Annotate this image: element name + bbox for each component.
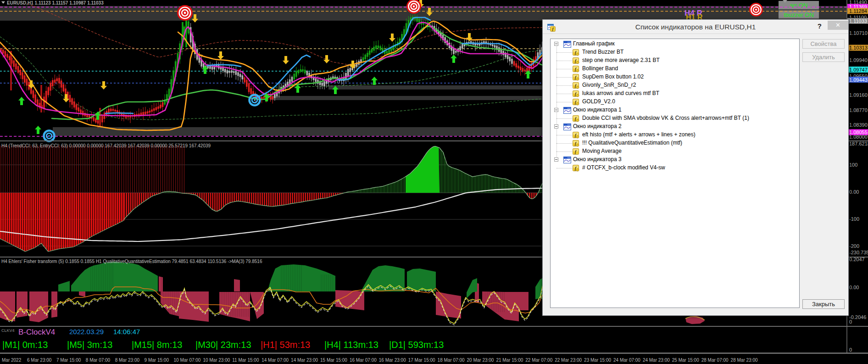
svg-text:1.09747: 1.09747	[849, 67, 868, 73]
svg-text:-100: -100	[849, 216, 859, 222]
svg-text:1.08770: 1.08770	[849, 107, 868, 113]
svg-text:CLKV4: CLKV4	[1, 328, 15, 333]
svg-text:0: 0	[849, 347, 852, 353]
svg-text:9 Mar 15:00: 9 Mar 15:00	[145, 358, 169, 363]
svg-text:0.00: 0.00	[849, 285, 859, 290]
svg-text:|M5| 3m:13: |M5| 3m:13	[67, 340, 112, 350]
svg-text:11 Mar 15:00: 11 Mar 15:00	[232, 358, 259, 363]
svg-text:1.10313: 1.10313	[849, 45, 868, 50]
svg-text:tbuzzer ON: tbuzzer ON	[784, 11, 814, 18]
svg-text:0.2047: 0.2047	[849, 257, 865, 262]
svg-text:14 Mar 07:00: 14 Mar 07:00	[262, 358, 289, 363]
svg-text:1.09160: 1.09160	[849, 92, 868, 98]
svg-text:1.10710: 1.10710	[849, 30, 868, 36]
svg-text:25 Mar 15:00: 25 Mar 15:00	[672, 358, 699, 363]
svg-text:8 Mar 23:00: 8 Mar 23:00	[115, 358, 140, 363]
svg-text:8 Mar 07:00: 8 Mar 07:00	[86, 358, 111, 363]
svg-text:17 Mar 15:00: 17 Mar 15:00	[408, 358, 435, 363]
svg-text:23 Mar 15:00: 23 Mar 15:00	[584, 358, 611, 363]
svg-text:10 Mar 07:00: 10 Mar 07:00	[174, 358, 201, 363]
svg-text:|M30| 23m:13: |M30| 23m:13	[195, 340, 251, 350]
svg-text:1.09443: 1.09443	[849, 77, 868, 83]
svg-text:14 Mar 23:00: 14 Mar 23:00	[291, 358, 318, 363]
svg-text:B-ClockV4: B-ClockV4	[18, 328, 55, 336]
svg-text:24 Mar 07:00: 24 Mar 07:00	[613, 358, 640, 363]
svg-text:28 Mar 23:00: 28 Mar 23:00	[731, 358, 758, 363]
svg-text:|D1| 593m:13: |D1| 593m:13	[389, 340, 444, 350]
svg-text:1.09940: 1.09940	[849, 57, 868, 63]
svg-text:2022.03.29: 2022.03.29	[69, 328, 104, 336]
svg-text:|M15| 8m:13: |M15| 8m:13	[132, 340, 182, 350]
svg-text:1.11033: 1.11033	[849, 18, 867, 24]
svg-text:1.08390: 1.08390	[849, 122, 868, 128]
svg-text:16 Mar 07:00: 16 Mar 07:00	[350, 358, 377, 363]
svg-text:|M1| 0m:13: |M1| 0m:13	[2, 340, 48, 350]
svg-text:20 Mar 23:00: 20 Mar 23:00	[467, 358, 494, 363]
svg-text:10 Mar 23:00: 10 Mar 23:00	[203, 358, 230, 363]
svg-text:0.00: 0.00	[849, 189, 859, 195]
svg-text:6 Mar 23:00: 6 Mar 23:00	[27, 358, 52, 363]
svg-text:1.08000: 1.08000	[849, 134, 868, 140]
svg-text:arr ON: arr ON	[790, 2, 808, 9]
svg-text:1.11284: 1.11284	[849, 8, 867, 14]
svg-text:18 Mar 07:00: 18 Mar 07:00	[438, 358, 465, 363]
svg-text:Mar 2022: Mar 2022	[2, 358, 22, 363]
svg-text:15 Mar 15:00: 15 Mar 15:00	[320, 358, 347, 363]
svg-text:-200: -200	[849, 243, 859, 249]
svg-text:22 Mar 23:00: 22 Mar 23:00	[555, 358, 582, 363]
svg-text:H4 (TrendCCI: 63, EntryCCI: 63: H4 (TrendCCI: 63, EntryCCI: 63) 0.00000 …	[1, 143, 211, 148]
svg-text:7 Mar 15:00: 7 Mar 15:00	[56, 358, 81, 363]
svg-text:|H4| 113m:13: |H4| 113m:13	[324, 340, 378, 350]
svg-text:24 Mar 23:00: 24 Mar 23:00	[643, 358, 670, 363]
svg-text:100: 100	[849, 162, 857, 168]
svg-text:-230.735: -230.735	[849, 250, 868, 255]
svg-text:0: 0	[849, 319, 852, 325]
svg-text:22 Mar 07:00: 22 Mar 07:00	[525, 358, 552, 363]
svg-text:|H1| 53m:13: |H1| 53m:13	[261, 340, 310, 350]
svg-text:EURUSD,H1 1.11123 1.11157 1.1: EURUSD,H1 1.11123 1.11157 1.10987 1.1103…	[7, 0, 104, 6]
svg-text:14:06:47: 14:06:47	[113, 328, 140, 336]
svg-text:21 Mar 15:00: 21 Mar 15:00	[496, 358, 523, 363]
svg-text:28 Mar 07:00: 28 Mar 07:00	[701, 358, 729, 363]
svg-text:H4 Ehlers' Fisher transform (5: H4 Ehlers' Fisher transform (5) 0.1855 0…	[1, 259, 262, 264]
svg-text:187.6218: 187.6218	[849, 141, 868, 146]
svg-text:16 Mar 23:00: 16 Mar 23:00	[379, 358, 406, 363]
